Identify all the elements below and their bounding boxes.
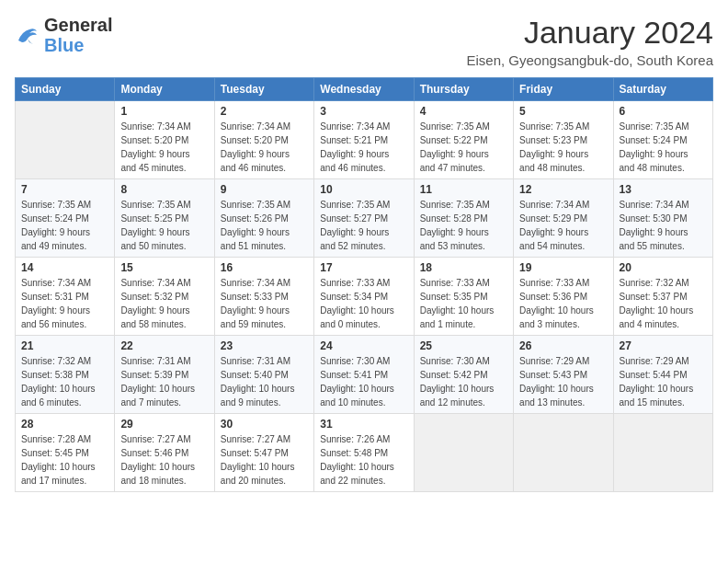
day-number: 11 xyxy=(420,183,507,196)
day-info: Sunrise: 7:35 AM Sunset: 5:26 PM Dayligh… xyxy=(221,198,308,253)
calendar-cell: 6Sunrise: 7:35 AM Sunset: 5:24 PM Daylig… xyxy=(613,101,712,179)
day-info: Sunrise: 7:35 AM Sunset: 5:22 PM Dayligh… xyxy=(420,120,507,175)
calendar-cell xyxy=(16,101,115,179)
week-row-3: 14Sunrise: 7:34 AM Sunset: 5:31 PM Dayli… xyxy=(16,258,713,336)
column-header-wednesday: Wednesday xyxy=(314,78,414,101)
day-info: Sunrise: 7:30 AM Sunset: 5:41 PM Dayligh… xyxy=(320,354,407,409)
title-block: January 2024 Eisen, Gyeongsangbuk-do, So… xyxy=(466,15,713,68)
calendar-cell: 1Sunrise: 7:34 AM Sunset: 5:20 PM Daylig… xyxy=(115,101,214,179)
calendar-cell: 27Sunrise: 7:29 AM Sunset: 5:44 PM Dayli… xyxy=(613,336,712,414)
day-number: 28 xyxy=(21,418,108,431)
day-number: 18 xyxy=(420,261,507,274)
calendar-subtitle: Eisen, Gyeongsangbuk-do, South Korea xyxy=(466,52,713,68)
calendar-cell: 24Sunrise: 7:30 AM Sunset: 5:41 PM Dayli… xyxy=(314,336,414,414)
column-header-sunday: Sunday xyxy=(16,78,115,101)
day-number: 16 xyxy=(221,261,308,274)
day-number: 2 xyxy=(221,105,308,118)
calendar-cell: 20Sunrise: 7:32 AM Sunset: 5:37 PM Dayli… xyxy=(613,258,712,336)
day-info: Sunrise: 7:34 AM Sunset: 5:31 PM Dayligh… xyxy=(21,276,108,331)
day-number: 14 xyxy=(21,261,108,274)
calendar-cell: 22Sunrise: 7:31 AM Sunset: 5:39 PM Dayli… xyxy=(115,336,214,414)
day-info: Sunrise: 7:35 AM Sunset: 5:25 PM Dayligh… xyxy=(120,198,208,253)
day-number: 29 xyxy=(120,418,208,431)
calendar-title: January 2024 xyxy=(466,15,713,51)
day-number: 3 xyxy=(320,105,407,118)
day-number: 12 xyxy=(519,183,607,196)
day-info: Sunrise: 7:32 AM Sunset: 5:37 PM Dayligh… xyxy=(620,276,707,331)
day-number: 13 xyxy=(620,183,707,196)
day-number: 31 xyxy=(320,418,407,431)
calendar-cell: 4Sunrise: 7:35 AM Sunset: 5:22 PM Daylig… xyxy=(414,101,513,179)
calendar-cell: 25Sunrise: 7:30 AM Sunset: 5:42 PM Dayli… xyxy=(414,336,513,414)
calendar-header-row: SundayMondayTuesdayWednesdayThursdayFrid… xyxy=(16,78,713,101)
calendar-cell: 2Sunrise: 7:34 AM Sunset: 5:20 PM Daylig… xyxy=(214,101,313,179)
day-info: Sunrise: 7:34 AM Sunset: 5:20 PM Dayligh… xyxy=(120,120,208,175)
day-info: Sunrise: 7:29 AM Sunset: 5:43 PM Dayligh… xyxy=(519,354,607,409)
calendar-cell xyxy=(414,414,513,492)
day-number: 1 xyxy=(120,105,208,118)
calendar-cell: 18Sunrise: 7:33 AM Sunset: 5:35 PM Dayli… xyxy=(414,258,513,336)
column-header-tuesday: Tuesday xyxy=(214,78,313,101)
calendar-table: SundayMondayTuesdayWednesdayThursdayFrid… xyxy=(15,77,713,492)
day-info: Sunrise: 7:35 AM Sunset: 5:24 PM Dayligh… xyxy=(620,120,707,175)
day-info: Sunrise: 7:31 AM Sunset: 5:39 PM Dayligh… xyxy=(120,354,208,409)
calendar-cell: 9Sunrise: 7:35 AM Sunset: 5:26 PM Daylig… xyxy=(214,179,313,258)
calendar-cell: 19Sunrise: 7:33 AM Sunset: 5:36 PM Dayli… xyxy=(514,258,613,336)
calendar-cell: 21Sunrise: 7:32 AM Sunset: 5:38 PM Dayli… xyxy=(16,336,115,414)
calendar-cell: 30Sunrise: 7:27 AM Sunset: 5:47 PM Dayli… xyxy=(214,414,313,492)
day-info: Sunrise: 7:34 AM Sunset: 5:30 PM Dayligh… xyxy=(620,198,707,253)
day-number: 4 xyxy=(420,105,507,118)
day-info: Sunrise: 7:27 AM Sunset: 5:46 PM Dayligh… xyxy=(120,432,208,488)
day-number: 27 xyxy=(620,339,707,352)
day-number: 22 xyxy=(120,339,208,352)
calendar-cell: 10Sunrise: 7:35 AM Sunset: 5:27 PM Dayli… xyxy=(314,179,414,258)
calendar-cell: 15Sunrise: 7:34 AM Sunset: 5:32 PM Dayli… xyxy=(115,258,214,336)
day-info: Sunrise: 7:33 AM Sunset: 5:36 PM Dayligh… xyxy=(519,276,607,331)
day-number: 7 xyxy=(21,183,108,196)
day-number: 26 xyxy=(519,339,607,352)
day-info: Sunrise: 7:27 AM Sunset: 5:47 PM Dayligh… xyxy=(221,432,308,488)
day-number: 5 xyxy=(519,105,607,118)
calendar-cell: 8Sunrise: 7:35 AM Sunset: 5:25 PM Daylig… xyxy=(115,179,214,258)
page-header: General Blue January 2024 Eisen, Gyeongs… xyxy=(15,15,713,68)
calendar-cell: 23Sunrise: 7:31 AM Sunset: 5:40 PM Dayli… xyxy=(214,336,313,414)
logo: General Blue xyxy=(15,15,112,55)
week-row-2: 7Sunrise: 7:35 AM Sunset: 5:24 PM Daylig… xyxy=(16,179,713,258)
day-number: 15 xyxy=(120,261,208,274)
day-number: 10 xyxy=(320,183,407,196)
calendar-cell: 26Sunrise: 7:29 AM Sunset: 5:43 PM Dayli… xyxy=(514,336,613,414)
day-number: 21 xyxy=(21,339,108,352)
day-number: 9 xyxy=(221,183,308,196)
logo-text: General Blue xyxy=(44,15,112,55)
calendar-cell: 29Sunrise: 7:27 AM Sunset: 5:46 PM Dayli… xyxy=(115,414,214,492)
day-number: 17 xyxy=(320,261,407,274)
day-info: Sunrise: 7:34 AM Sunset: 5:21 PM Dayligh… xyxy=(320,120,407,175)
day-info: Sunrise: 7:35 AM Sunset: 5:24 PM Dayligh… xyxy=(21,198,108,253)
day-info: Sunrise: 7:34 AM Sunset: 5:20 PM Dayligh… xyxy=(221,120,308,175)
calendar-cell: 28Sunrise: 7:28 AM Sunset: 5:45 PM Dayli… xyxy=(16,414,115,492)
day-info: Sunrise: 7:29 AM Sunset: 5:44 PM Dayligh… xyxy=(620,354,707,409)
day-info: Sunrise: 7:30 AM Sunset: 5:42 PM Dayligh… xyxy=(420,354,507,409)
day-number: 24 xyxy=(320,339,407,352)
day-number: 30 xyxy=(221,418,308,431)
day-info: Sunrise: 7:26 AM Sunset: 5:48 PM Dayligh… xyxy=(320,432,407,488)
calendar-cell: 17Sunrise: 7:33 AM Sunset: 5:34 PM Dayli… xyxy=(314,258,414,336)
calendar-cell: 12Sunrise: 7:34 AM Sunset: 5:29 PM Dayli… xyxy=(514,179,613,258)
calendar-cell: 7Sunrise: 7:35 AM Sunset: 5:24 PM Daylig… xyxy=(16,179,115,258)
day-info: Sunrise: 7:34 AM Sunset: 5:29 PM Dayligh… xyxy=(519,198,607,253)
week-row-4: 21Sunrise: 7:32 AM Sunset: 5:38 PM Dayli… xyxy=(16,336,713,414)
day-info: Sunrise: 7:31 AM Sunset: 5:40 PM Dayligh… xyxy=(221,354,308,409)
calendar-cell: 3Sunrise: 7:34 AM Sunset: 5:21 PM Daylig… xyxy=(314,101,414,179)
calendar-cell xyxy=(613,414,712,492)
day-info: Sunrise: 7:34 AM Sunset: 5:32 PM Dayligh… xyxy=(120,276,208,331)
day-number: 8 xyxy=(120,183,208,196)
day-number: 23 xyxy=(221,339,308,352)
week-row-5: 28Sunrise: 7:28 AM Sunset: 5:45 PM Dayli… xyxy=(16,414,713,492)
logo-icon xyxy=(15,22,40,48)
day-info: Sunrise: 7:35 AM Sunset: 5:27 PM Dayligh… xyxy=(320,198,407,253)
day-info: Sunrise: 7:35 AM Sunset: 5:23 PM Dayligh… xyxy=(519,120,607,175)
day-info: Sunrise: 7:32 AM Sunset: 5:38 PM Dayligh… xyxy=(21,354,108,409)
calendar-body: 1Sunrise: 7:34 AM Sunset: 5:20 PM Daylig… xyxy=(16,101,713,492)
day-info: Sunrise: 7:35 AM Sunset: 5:28 PM Dayligh… xyxy=(420,198,507,253)
day-info: Sunrise: 7:28 AM Sunset: 5:45 PM Dayligh… xyxy=(21,432,108,488)
